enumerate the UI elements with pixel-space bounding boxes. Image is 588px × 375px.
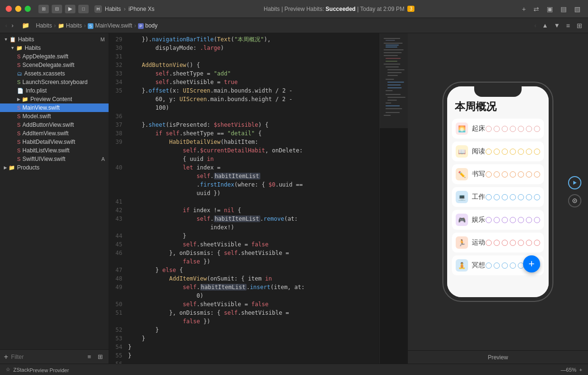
toolbar-right: ‹ ▲ ▼ ≡ ⊞	[533, 21, 584, 30]
code-line: 31	[109, 52, 379, 61]
crumb-body[interactable]: P body	[138, 22, 157, 29]
main-layout: ▼ 📋 Habits M ▼ 📁 Habits S AppDelegate.sw…	[0, 33, 588, 364]
sidebar-item-habits-root[interactable]: ▼ 📋 Habits M	[0, 35, 109, 44]
code-line: 34 self.sheetVisible = true	[109, 78, 379, 86]
code-line: 36	[109, 112, 379, 121]
circle	[518, 126, 524, 132]
stack-icon: ☆	[6, 366, 10, 373]
sidebar-toggle[interactable]: ⊞	[38, 5, 49, 13]
warning-badge[interactable]: 3	[407, 6, 415, 12]
circle	[510, 126, 516, 132]
sidebar-item-habits-group[interactable]: ▼ 📁 Habits	[0, 44, 109, 52]
nav-down2[interactable]: ▼	[552, 22, 561, 29]
circle	[534, 194, 540, 200]
build-status: Habits | Preview Habits: Succeeded | Tod…	[158, 6, 520, 12]
sidebar-item-assets[interactable]: 🗂 Assets.xcassets	[0, 69, 109, 78]
sidebar-item-model[interactable]: S Model.swift	[0, 112, 109, 121]
filter-options[interactable]: ≡	[85, 352, 93, 361]
sidebar-item-appdelegate[interactable]: S AppDelegate.swift	[0, 52, 109, 61]
habit-row-qichuang[interactable]: 🌅 起床	[452, 119, 544, 139]
habit-row-gongzuo[interactable]: 💻 工作	[452, 187, 544, 207]
play-button[interactable]: ▶	[65, 5, 75, 13]
code-line: 60, y: UIScreen.main.bounds.height / 2 -	[109, 95, 379, 103]
run-stop[interactable]: ⊟	[52, 5, 62, 13]
add-file-button[interactable]: +	[4, 353, 8, 361]
habit-row-yuedu[interactable]: 📖 阅读	[452, 141, 544, 161]
layout2-icon[interactable]: ▤	[559, 4, 569, 14]
sidebar-item-mainview[interactable]: S MainView.swift	[0, 103, 109, 112]
svg-rect-29	[380, 33, 408, 128]
preview-label: Preview	[488, 354, 508, 361]
code-line: 50 self.sheetVisible = false	[109, 300, 379, 309]
inspector-icon[interactable]: ▧	[572, 4, 582, 14]
preview-play-icon[interactable]	[568, 176, 581, 189]
nav-up[interactable]: ‹	[533, 22, 538, 29]
code-structure[interactable]: ⊞	[575, 21, 584, 30]
titlebar-right: + ⇄ ▣ ▤ ▧	[520, 4, 582, 14]
preview-settings-icon[interactable]	[568, 194, 581, 207]
sidebar-item-infoplist[interactable]: 📄 Info.plist	[0, 86, 109, 95]
habit-row-yundong[interactable]: 🏃 运动	[452, 233, 544, 253]
status-bar: ☆ ZStack Preview Provider —65% +	[0, 364, 588, 375]
fullscreen-button[interactable]	[25, 6, 31, 12]
swift-icon2: S	[17, 62, 20, 68]
habit-circles-yuedu	[486, 149, 540, 155]
status-text: Habits | Preview Habits: Succeeded | Tod…	[264, 6, 404, 12]
circle	[502, 194, 508, 200]
sidebar-item-scenedelegate[interactable]: S SceneDelegate.swift	[0, 61, 109, 69]
habit-icon-shuxie: ✏️	[456, 168, 468, 180]
sort-icon[interactable]: ⊞	[96, 352, 105, 361]
code-line: 55 }	[109, 351, 379, 360]
habit-row-yule[interactable]: 🎮 娱乐	[452, 210, 544, 230]
habit-icon-yundong: 🏃	[456, 236, 468, 249]
minimap	[379, 33, 408, 364]
sidebar-item-preview-content[interactable]: ▶ 📁 Preview Content	[0, 95, 109, 103]
crumb-habits1[interactable]: Habits	[36, 22, 52, 29]
layout-icon[interactable]: ▣	[545, 4, 555, 14]
title-sep: ›	[124, 6, 126, 12]
circle	[510, 217, 516, 223]
nav-back[interactable]: ‹	[4, 22, 9, 29]
circle	[510, 262, 516, 269]
sidebar-item-additemview[interactable]: S AddItemView.swift	[0, 129, 109, 138]
sidebar-item-habitlistview[interactable]: S HabitListView.swift	[0, 146, 109, 155]
scheme-selector[interactable]: □	[78, 5, 89, 13]
circle	[502, 262, 508, 269]
crumb-mainview[interactable]: S MainView.swift	[88, 22, 132, 29]
nav-arrows: ‹ ›	[4, 22, 15, 29]
close-button[interactable]	[6, 6, 12, 12]
show-minimap[interactable]: ≡	[564, 21, 572, 30]
sidebar-item-swiftuiview[interactable]: S SwiftUIView.swift A	[0, 155, 109, 163]
sidebar-tree: ▼ 📋 Habits M ▼ 📁 Habits S AppDelegate.sw…	[0, 33, 109, 349]
code-area[interactable]: 29 }).navigationBarTitle(Text("本周概况"), 3…	[109, 33, 379, 364]
circle	[518, 217, 524, 223]
add-button[interactable]: +	[520, 4, 528, 14]
sidebar-item-products[interactable]: ▶ 📁 Products	[0, 163, 109, 172]
habit-name-yundong: 运动	[472, 238, 486, 247]
sidebar-item-habitdetailview[interactable]: S HabitDetailView.swift	[0, 138, 109, 146]
sidebar-item-addbuttonview[interactable]: S AddButtonView.swift	[0, 121, 109, 129]
nav-down[interactable]: ▲	[541, 22, 550, 29]
code-line: false })	[109, 317, 379, 326]
crumb-habits2[interactable]: 📁 Habits	[58, 22, 82, 29]
sidebar-item-launchscreen[interactable]: S LaunchScreen.storyboard	[0, 78, 109, 86]
code-line: 42 if index != nil {	[109, 206, 379, 215]
circle	[510, 171, 516, 178]
circle	[502, 240, 508, 246]
fab-button[interactable]: +	[523, 255, 540, 272]
circle	[526, 194, 532, 200]
circle	[486, 217, 492, 223]
circle	[494, 194, 500, 200]
circle	[494, 262, 500, 269]
code-editor[interactable]: 29 }).navigationBarTitle(Text("本周概况"), 3…	[109, 33, 379, 364]
device-title: iPhone Xs	[129, 6, 155, 12]
habit-icon-yule: 🎮	[456, 214, 468, 226]
zoom-plus[interactable]: +	[579, 367, 582, 373]
habit-row-shuxie[interactable]: ✏️ 书写	[452, 164, 544, 184]
code-line: 44 }	[109, 232, 379, 240]
split-view-icon[interactable]: ⇄	[532, 4, 541, 14]
minimize-button[interactable]	[15, 6, 21, 12]
nav-forward[interactable]: ›	[10, 22, 15, 29]
filter-input[interactable]	[11, 354, 83, 360]
svg-marker-30	[573, 181, 577, 185]
